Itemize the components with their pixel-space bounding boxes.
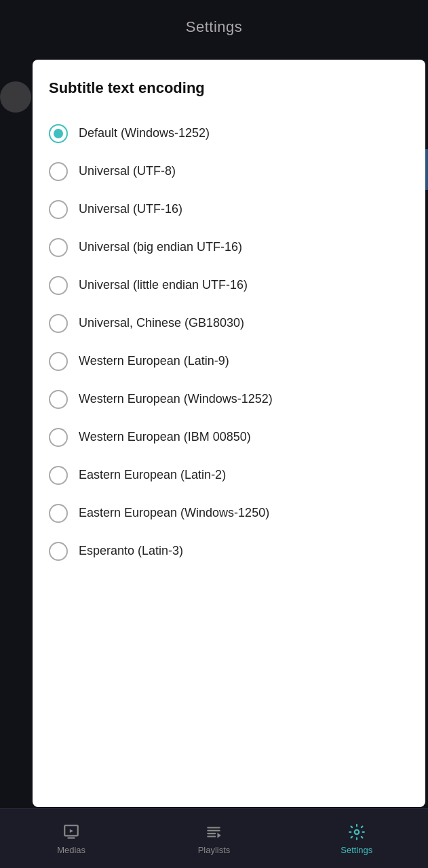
nav-item-medias[interactable]: Medias (1, 816, 142, 861)
radio-eastern-european-windows1250 (49, 504, 68, 523)
nav-item-playlists[interactable]: Playlists (143, 816, 284, 861)
option-western-european-windows1252[interactable]: Western European (Windows-1252) (49, 380, 409, 418)
option-western-european-latin9[interactable]: Western European (Latin-9) (49, 342, 409, 380)
label-esperanto-latin3: Esperanto (Latin-3) (79, 542, 183, 559)
label-universal-big-endian-utf16: Universal (big endian UTF-16) (79, 239, 242, 256)
option-universal-big-endian-utf16[interactable]: Universal (big endian UTF-16) (49, 229, 409, 267)
svg-marker-7 (218, 833, 221, 838)
label-default-windows-1252: Default (Windows-1252) (79, 125, 210, 142)
label-eastern-european-windows1250: Eastern European (Windows-1250) (79, 505, 269, 521)
side-avatar (0, 81, 31, 113)
bottom-nav: Medias Playlists Settings (0, 808, 428, 868)
label-western-european-windows1252: Western European (Windows-1252) (79, 391, 273, 408)
option-universal-utf8[interactable]: Universal (UTF-8) (49, 153, 409, 191)
label-eastern-european-latin2: Eastern European (Latin-2) (79, 467, 226, 484)
svg-marker-1 (70, 829, 73, 833)
radio-eastern-european-latin2 (49, 466, 68, 485)
radio-default-windows-1252 (49, 124, 68, 143)
svg-point-8 (355, 830, 359, 835)
playlists-icon (203, 822, 224, 842)
label-western-european-latin9: Western European (Latin-9) (79, 353, 229, 370)
radio-western-european-latin9 (49, 352, 68, 371)
header-title: Settings (186, 18, 243, 36)
label-western-european-ibm00850: Western European (IBM 00850) (79, 429, 251, 446)
dialog: Subtitle text encoding Default (Windows-… (33, 60, 425, 807)
label-universal-utf8: Universal (UTF-8) (79, 163, 176, 180)
option-eastern-european-latin2[interactable]: Eastern European (Latin-2) (49, 456, 409, 494)
settings-icon (347, 822, 367, 842)
option-universal-little-endian-utf16[interactable]: Universal (little endian UTF-16) (49, 267, 409, 304)
dialog-title: Subtitle text encoding (49, 79, 409, 98)
option-default-windows-1252[interactable]: Default (Windows-1252) (49, 115, 409, 153)
label-universal-little-endian-utf16: Universal (little endian UTF-16) (79, 277, 248, 294)
app-header: Settings (0, 0, 428, 54)
settings-label: Settings (341, 845, 372, 855)
label-universal-chinese-gb18030: Universal, Chinese (GB18030) (79, 315, 244, 332)
option-eastern-european-windows1250[interactable]: Eastern European (Windows-1250) (49, 494, 409, 532)
option-universal-chinese-gb18030[interactable]: Universal, Chinese (GB18030) (49, 304, 409, 342)
medias-icon (61, 822, 81, 842)
label-universal-utf16: Universal (UTF-16) (79, 201, 182, 218)
nav-item-settings[interactable]: Settings (286, 816, 427, 861)
radio-universal-utf16 (49, 200, 68, 219)
radio-universal-big-endian-utf16 (49, 238, 68, 257)
option-esperanto-latin3[interactable]: Esperanto (Latin-3) (49, 532, 409, 570)
radio-universal-chinese-gb18030 (49, 314, 68, 333)
options-list: Default (Windows-1252)Universal (UTF-8)U… (49, 115, 409, 570)
radio-esperanto-latin3 (49, 542, 68, 561)
option-western-european-ibm00850[interactable]: Western European (IBM 00850) (49, 418, 409, 456)
playlists-label: Playlists (198, 845, 231, 855)
radio-western-european-ibm00850 (49, 428, 68, 447)
medias-label: Medias (57, 845, 85, 855)
radio-western-european-windows1252 (49, 390, 68, 409)
radio-universal-little-endian-utf16 (49, 276, 68, 295)
option-universal-utf16[interactable]: Universal (UTF-16) (49, 191, 409, 229)
radio-universal-utf8 (49, 162, 68, 181)
